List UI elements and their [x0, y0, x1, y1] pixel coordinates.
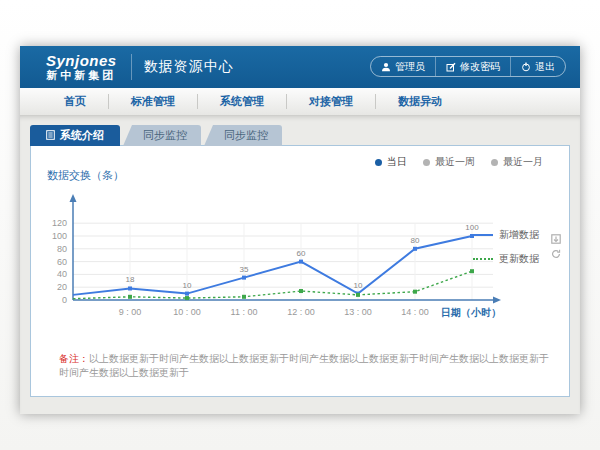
nav-item-home[interactable]: 首页: [42, 94, 108, 109]
svg-text:20: 20: [57, 282, 67, 292]
logo-text-cn: 新中新集团: [46, 70, 116, 81]
svg-text:0: 0: [62, 295, 67, 305]
footnote-label: 备注：: [59, 353, 89, 364]
radio-dot-icon: [491, 159, 498, 166]
logout-label: 退出: [535, 60, 555, 74]
svg-text:日期（小时）: 日期（小时）: [441, 307, 501, 318]
time-range-selector: 当日 最近一周 最近一月: [375, 155, 543, 169]
edit-icon: [446, 62, 456, 72]
tab-label: 系统介绍: [60, 128, 104, 143]
footnote-text: 以上数据更新于时间产生数据以上数据更新于时间产生数据以上数据更新于时间产生数据以…: [59, 353, 549, 378]
page-background: Synjones 新中新集团 数据资源中心 管理员 修改密码: [0, 0, 600, 450]
app-title: 数据资源中心: [144, 58, 234, 76]
solid-line-icon: [473, 234, 493, 236]
svg-text:18: 18: [126, 275, 135, 284]
svg-text:11 : 00: 11 : 00: [231, 307, 258, 317]
user-menu: 管理员 修改密码 退出: [370, 56, 566, 77]
legend-label: 新增数据: [499, 228, 539, 242]
svg-text:10: 10: [183, 281, 192, 290]
svg-text:80: 80: [411, 236, 420, 245]
tab-sync-monitor-1[interactable]: 同步监控: [123, 125, 201, 146]
svg-text:40: 40: [57, 269, 67, 279]
footnote: 备注：以上数据更新于时间产生数据以上数据更新于时间产生数据以上数据更新于时间产生…: [59, 352, 549, 380]
range-option-label: 当日: [387, 155, 407, 169]
legend-item-update-data[interactable]: 更新数据: [473, 252, 539, 266]
svg-text:120: 120: [52, 218, 67, 228]
tab-bar: 系统介绍 同步监控 同步监控: [30, 124, 282, 146]
range-option-label: 最近一月: [503, 155, 543, 169]
range-option-last-month[interactable]: 最近一月: [491, 155, 543, 169]
tab-label: 同步监控: [143, 128, 187, 143]
svg-text:12 : 00: 12 : 00: [287, 307, 315, 317]
user-icon: [381, 62, 391, 72]
range-option-label: 最近一周: [435, 155, 475, 169]
toolbox-restore-icon[interactable]: [551, 245, 561, 255]
header: Synjones 新中新集团 数据资源中心 管理员 修改密码: [20, 46, 580, 88]
change-password-label: 修改密码: [460, 60, 500, 74]
chart-panel: 当日 最近一周 最近一月 数据交换（条） 0204060801001209 : …: [30, 145, 570, 397]
nav-item-standard-mgmt[interactable]: 标准管理: [108, 94, 197, 109]
app-window: Synjones 新中新集团 数据资源中心 管理员 修改密码: [20, 46, 580, 414]
tab-label: 同步监控: [224, 128, 268, 143]
svg-text:35: 35: [240, 265, 249, 274]
series-legend: 新增数据 更新数据: [473, 228, 539, 266]
chart-canvas: 0204060801001209 : 0010 : 0011 : 0012 : …: [45, 184, 515, 334]
change-password-button[interactable]: 修改密码: [435, 57, 510, 76]
logout-button[interactable]: 退出: [510, 57, 565, 76]
nav-item-data-change[interactable]: 数据异动: [375, 94, 464, 109]
svg-text:14 : 00: 14 : 00: [401, 307, 429, 317]
toolbox-save-image-icon[interactable]: [551, 230, 561, 240]
svg-text:100: 100: [52, 231, 67, 241]
brand-logo: Synjones 新中新集团: [46, 53, 117, 81]
nav-item-interface-mgmt[interactable]: 对接管理: [286, 94, 375, 109]
tab-sync-monitor-2[interactable]: 同步监控: [204, 125, 282, 146]
svg-text:60: 60: [57, 257, 67, 267]
svg-text:13 : 00: 13 : 00: [344, 307, 372, 317]
svg-text:10 : 00: 10 : 00: [173, 307, 201, 317]
radio-dot-icon: [375, 159, 382, 166]
range-option-today[interactable]: 当日: [375, 155, 407, 169]
legend-item-new-data[interactable]: 新增数据: [473, 228, 539, 242]
svg-text:10: 10: [354, 281, 363, 290]
svg-text:80: 80: [57, 244, 67, 254]
user-button-label: 管理员: [395, 60, 425, 74]
range-option-last-week[interactable]: 最近一周: [423, 155, 475, 169]
document-icon: [46, 130, 55, 142]
svg-text:60: 60: [297, 249, 306, 258]
logo-text-en: Synjones: [46, 53, 117, 68]
header-divider: [131, 54, 132, 80]
legend-label: 更新数据: [499, 252, 539, 266]
main-nav: 首页 标准管理 系统管理 对接管理 数据异动: [20, 88, 580, 116]
tab-system-intro[interactable]: 系统介绍: [30, 125, 120, 146]
chart-toolbox: [551, 230, 561, 255]
dotted-line-icon: [473, 258, 493, 260]
user-button[interactable]: 管理员: [371, 57, 435, 76]
y-axis-label: 数据交换（条）: [47, 168, 124, 183]
nav-item-system-mgmt[interactable]: 系统管理: [197, 94, 286, 109]
line-chart: 0204060801001209 : 0010 : 0011 : 0012 : …: [45, 184, 515, 338]
power-icon: [521, 62, 531, 72]
svg-text:9 : 00: 9 : 00: [119, 307, 142, 317]
radio-dot-icon: [423, 159, 430, 166]
content-area: 系统介绍 同步监控 同步监控 当日 最近一周: [20, 116, 580, 413]
